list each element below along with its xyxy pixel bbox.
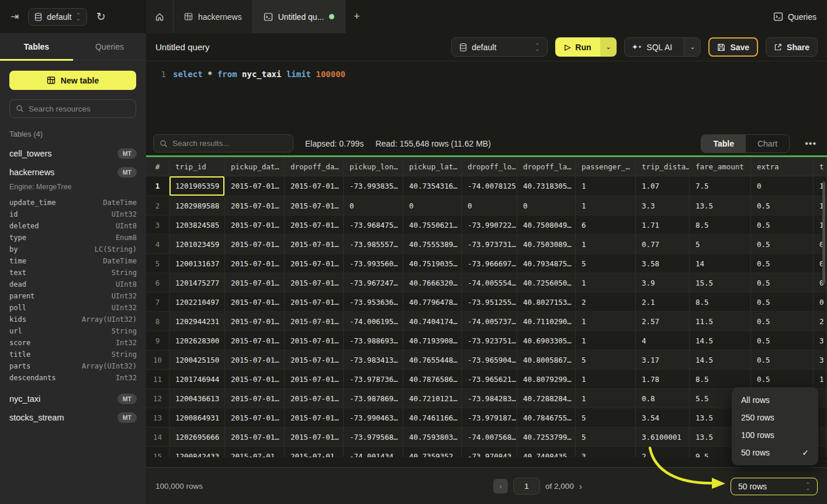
table-cell[interactable]: 2015-07-01… [225, 234, 285, 253]
table-cell[interactable]: 2015-07-01… [225, 369, 285, 388]
table-cell[interactable]: 2015-07-01… [285, 446, 344, 457]
column-row[interactable]: update_timeDateTime [9, 197, 137, 208]
table-cell[interactable]: 2015-07-01… [285, 427, 344, 446]
table-cell[interactable]: 40.7593803… [403, 427, 462, 446]
table-cell[interactable]: 0.5 [751, 273, 814, 292]
table-cell[interactable]: 40.6903305… [517, 331, 576, 350]
column-header[interactable]: trip_dista… [636, 157, 690, 176]
table-cell[interactable]: -73.965904… [462, 350, 517, 369]
table-cell[interactable]: 3 [814, 331, 827, 350]
table-cell[interactable]: 0 [344, 196, 403, 215]
table-cell[interactable]: -73.985557… [344, 234, 403, 253]
table-cell[interactable]: 40.7359352… [403, 446, 462, 457]
table-cell[interactable]: 2015-07-01… [285, 215, 344, 234]
table-cell[interactable]: 4 [636, 331, 690, 350]
table-cell[interactable]: 0.5 [751, 196, 814, 215]
page-size-menu-item[interactable]: 250 rows [732, 409, 818, 426]
table-cell[interactable]: 15.5 [690, 273, 751, 292]
table-cell[interactable]: 2015-07-01… [225, 253, 285, 273]
column-row[interactable]: timeDateTime [9, 255, 137, 267]
table-cell[interactable]: 2015-07-01… [225, 273, 285, 292]
sql-ai-caret[interactable]: ⌄ [684, 38, 700, 56]
query-database-selector[interactable]: default ⌃⌄ [451, 37, 548, 57]
table-cell[interactable]: 3 [814, 350, 827, 369]
table-cell[interactable]: 3.54 [636, 408, 690, 427]
queries-button[interactable]: Queries [773, 0, 816, 33]
row-number[interactable]: 3 [146, 215, 169, 234]
search-results-input[interactable] [172, 139, 287, 148]
row-number[interactable]: 9 [146, 331, 169, 350]
table-cell[interactable]: 1201746944 [169, 369, 225, 388]
table-cell[interactable]: -73.987869… [344, 388, 403, 408]
table-cell[interactable]: -73.966697… [462, 253, 517, 273]
page-size-menu-item[interactable]: All rows [732, 391, 818, 409]
table-cell[interactable]: 40.7655448… [403, 350, 462, 369]
table-cell[interactable]: -73.979187… [462, 408, 517, 427]
table-cell[interactable]: 2015-07-01… [285, 311, 344, 331]
table-cell[interactable]: 5 [690, 234, 751, 253]
row-number[interactable]: 12 [146, 388, 169, 408]
table-cell[interactable]: 0.77 [636, 234, 690, 253]
table-cell[interactable]: -73.970843… [462, 446, 517, 457]
table-cell[interactable]: 1200864931 [169, 408, 225, 427]
column-header[interactable]: dropoff_lo… [462, 157, 517, 176]
column-row[interactable]: parentUInt32 [9, 290, 137, 302]
column-row[interactable]: pollUInt32 [9, 302, 137, 314]
table-cell[interactable]: 1 [576, 273, 636, 292]
table-cell[interactable]: -73.979568… [344, 427, 403, 446]
table-cell[interactable]: 5 [576, 350, 636, 369]
table-cell[interactable]: 14.5 [690, 350, 751, 369]
table-cell[interactable]: 40.7519035… [403, 253, 462, 273]
row-number[interactable]: 14 [146, 427, 169, 446]
tab-hackernews[interactable]: hackernews [174, 0, 253, 33]
table-cell[interactable]: 0 [462, 196, 517, 215]
table-cell[interactable]: -73.984283… [462, 388, 517, 408]
sql-editor[interactable]: 1 select * from nyc_taxi limit 100000 [146, 61, 827, 131]
column-row[interactable]: deadUInt8 [9, 279, 137, 290]
search-results-field[interactable] [153, 134, 293, 152]
row-number[interactable]: 10 [146, 350, 169, 369]
column-header[interactable]: dropoff_da… [285, 157, 344, 176]
table-cell[interactable]: 2015-07-01… [225, 350, 285, 369]
table-cell[interactable]: -73.990463… [344, 408, 403, 427]
table-cell[interactable]: 2015-07-01… [285, 234, 344, 253]
table-cell[interactable]: 40.7550621… [403, 215, 462, 234]
table-cell[interactable]: 0 [517, 196, 576, 215]
page-size-menu-item[interactable]: 50 rows✓ [732, 444, 818, 461]
run-button[interactable]: ▷ Run [555, 37, 600, 57]
table-cell[interactable]: 2015-07-01… [225, 427, 285, 446]
table-cell[interactable]: 2015-07-01… [285, 369, 344, 388]
row-number[interactable]: 1 [146, 176, 169, 196]
table-cell[interactable]: 40.7408435… [517, 446, 576, 457]
table-cell[interactable]: -73.988693… [344, 331, 403, 350]
table-cell[interactable]: 2.1 [636, 292, 690, 311]
row-number[interactable]: 8 [146, 311, 169, 331]
table-cell[interactable]: 1200425150 [169, 350, 225, 369]
column-row[interactable]: idUInt32 [9, 208, 137, 220]
table-cell[interactable]: -74.007568… [462, 427, 517, 446]
table-cell[interactable]: 1 [576, 331, 636, 350]
table-cell[interactable]: 40.7354316… [403, 176, 462, 196]
table-cell[interactable]: 40.7318305… [517, 176, 576, 196]
column-header[interactable]: # [146, 157, 169, 176]
table-cell[interactable]: -73.983413… [344, 350, 403, 369]
table-cell[interactable]: -73.990722… [462, 215, 517, 234]
table-cell[interactable]: 14.5 [690, 331, 751, 350]
table-cell[interactable]: 40.8027153… [517, 292, 576, 311]
table-cell[interactable]: -73.973731… [462, 234, 517, 253]
table-cell[interactable]: 0.5 [751, 234, 814, 253]
table-cell[interactable]: 40.8079299… [517, 369, 576, 388]
table-cell[interactable]: -73.951255… [462, 292, 517, 311]
table-cell[interactable]: -74.005737… [462, 311, 517, 331]
table-cell[interactable]: 1 [576, 196, 636, 215]
table-cell[interactable]: 2015-07-01… [225, 196, 285, 215]
table-cell[interactable]: 1201905359 [169, 176, 225, 196]
column-header[interactable]: passenger_… [576, 157, 636, 176]
table-cell[interactable]: 2015-07-01… [225, 408, 285, 427]
view-toggle-table[interactable]: Table [701, 135, 746, 152]
table-cell[interactable]: 1 [576, 311, 636, 331]
row-number[interactable]: 7 [146, 292, 169, 311]
table-cell[interactable]: 6 [576, 215, 636, 234]
table-cell[interactable]: 1 [814, 369, 827, 388]
table-cell[interactable]: 8.5 [690, 292, 751, 311]
